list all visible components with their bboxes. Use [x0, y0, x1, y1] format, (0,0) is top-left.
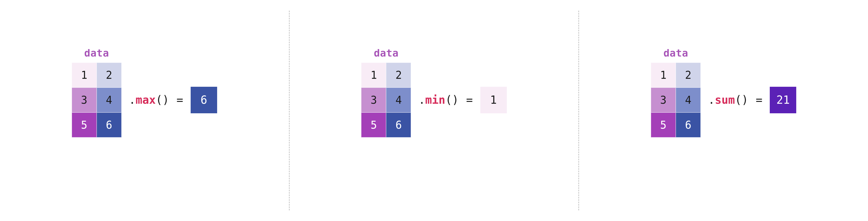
data-cell: 2	[97, 63, 122, 87]
op-dot: .	[418, 93, 425, 106]
data-cell: 4	[386, 87, 411, 112]
data-grid: 1 2 3 4 5 6	[361, 63, 411, 137]
data-cell: 3	[72, 87, 97, 112]
data-grid-wrap: data 1 2 3 4 5 6	[651, 63, 701, 137]
diagram-min: data 1 2 3 4 5 6 .min() = 1	[361, 63, 506, 137]
data-cell: 5	[72, 112, 97, 137]
data-cell: 3	[361, 87, 386, 112]
result-max: 6	[191, 87, 217, 113]
result-min: 1	[480, 87, 507, 113]
data-label: data	[651, 47, 701, 59]
data-cell: 5	[651, 112, 676, 137]
data-cell: 3	[651, 87, 676, 112]
op-dot: .	[129, 93, 135, 106]
op-fn: sum	[715, 93, 735, 106]
operation-sum: .sum()	[708, 93, 748, 106]
data-cell: 4	[676, 87, 701, 112]
data-grid: 1 2 3 4 5 6	[72, 63, 122, 137]
result-sum: 21	[770, 87, 796, 113]
equals-sign: =	[466, 93, 473, 106]
panel-max: data 1 2 3 4 5 6 .max() = 6	[0, 0, 289, 221]
operation-max: .max()	[129, 93, 169, 106]
data-cell: 5	[361, 112, 386, 137]
data-cell: 1	[651, 63, 676, 87]
equals-sign: =	[756, 93, 762, 106]
data-label: data	[361, 47, 411, 59]
data-cell: 6	[676, 112, 701, 137]
panel-min: data 1 2 3 4 5 6 .min() = 1	[290, 0, 579, 221]
op-paren: ()	[735, 93, 748, 106]
diagram-sum: data 1 2 3 4 5 6 .sum() = 21	[651, 63, 796, 137]
op-paren: ()	[156, 93, 169, 106]
data-grid: 1 2 3 4 5 6	[651, 63, 701, 137]
op-fn: max	[135, 93, 156, 106]
data-cell: 2	[676, 63, 701, 87]
op-paren: ()	[445, 93, 459, 106]
panel-sum: data 1 2 3 4 5 6 .sum() = 21	[579, 0, 868, 221]
data-label: data	[72, 47, 122, 59]
data-grid-wrap: data 1 2 3 4 5 6	[361, 63, 411, 137]
data-grid-wrap: data 1 2 3 4 5 6	[72, 63, 122, 137]
data-cell: 6	[386, 112, 411, 137]
data-cell: 2	[386, 63, 411, 87]
data-cell: 1	[361, 63, 386, 87]
data-cell: 1	[72, 63, 97, 87]
diagram-max: data 1 2 3 4 5 6 .max() = 6	[72, 63, 217, 137]
equals-sign: =	[177, 93, 183, 106]
op-fn: min	[425, 93, 445, 106]
operation-min: .min()	[418, 93, 459, 106]
op-dot: .	[708, 93, 715, 106]
diagram-stage: data 1 2 3 4 5 6 .max() = 6 data	[0, 0, 868, 221]
data-cell: 6	[97, 112, 122, 137]
data-cell: 4	[97, 87, 122, 112]
